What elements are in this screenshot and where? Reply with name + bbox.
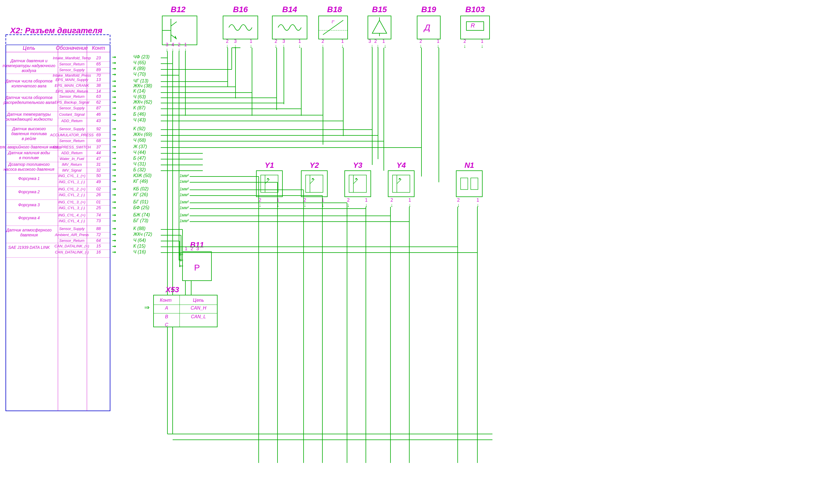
pin-11b: 25 xyxy=(96,206,101,210)
svg-text:→: → xyxy=(111,173,117,178)
svg-text:→: → xyxy=(111,249,117,255)
wire-label-6: ЖКч (38) xyxy=(133,83,152,88)
x53-pin-b: B xyxy=(165,314,168,319)
wire-label-33: Ч (16) xyxy=(133,249,146,254)
desig-3b: EPS_Backup_Signal xyxy=(54,100,90,104)
svg-text:→: → xyxy=(111,231,117,237)
section-3: 1мм² xyxy=(180,187,189,191)
svg-text:→: → xyxy=(111,83,117,89)
desig-14a: CAN_DATALINK_(+) xyxy=(54,244,89,248)
pin-7b: 47 xyxy=(96,156,101,161)
svg-text:→: → xyxy=(111,126,117,132)
desig-13b: Ambient_AIR_Press xyxy=(54,233,89,237)
section-5: 1мм² xyxy=(180,200,189,204)
wire-label-23: КБ (02) xyxy=(133,186,149,191)
b16-label: B16 xyxy=(233,5,248,14)
pin-2b: 38 xyxy=(96,83,101,88)
b12-pin1: 1 xyxy=(184,42,187,47)
pin-3c: 87 xyxy=(96,106,101,110)
pin-13c: 64 xyxy=(96,238,101,243)
section-2: 1мм² xyxy=(180,179,189,184)
svg-text:→: → xyxy=(111,186,117,192)
svg-text:→: → xyxy=(111,199,117,205)
circuit-14: SAE J1939 DATA LINK xyxy=(8,245,50,250)
svg-text:↓: ↓ xyxy=(481,43,483,49)
desig-9a: ING_CYL_1_(+) xyxy=(58,174,86,178)
desig-5a: Sensor_Supply xyxy=(59,127,85,131)
circuit-4b: охлаждающей жидкости xyxy=(5,117,52,121)
b15-label: B15 xyxy=(372,5,387,14)
wire-label-1: ЧФ (23) xyxy=(133,54,149,59)
circuit-13b: давления xyxy=(20,233,38,237)
wire-label-28: БГ (73) xyxy=(133,218,148,223)
svg-text:→: → xyxy=(111,226,117,231)
wire-label-9: ЖКч (62) xyxy=(133,100,152,104)
desig-2c: EPS_MAIN_Return xyxy=(56,89,88,94)
pin-1c: 89 xyxy=(96,67,101,72)
wire-label-13: К (92) xyxy=(133,126,145,131)
svg-text:→: → xyxy=(111,137,117,143)
svg-text:→: → xyxy=(111,178,117,184)
desig-8b: IMV_Signal xyxy=(62,168,82,172)
circuit-9: Форсунка 1 xyxy=(18,176,40,181)
circuit-13: Датчик атмосферного xyxy=(6,228,52,232)
wire-label-25: БГ (01) xyxy=(133,199,148,204)
desig-11a: ING_CYL_3_(+) xyxy=(58,200,86,204)
pin-4a: 46 xyxy=(96,112,101,117)
svg-text:→: → xyxy=(111,54,117,60)
svg-text:→: → xyxy=(111,167,117,173)
wire-label-12: Ч (43) xyxy=(133,117,146,122)
y2-label: Y2 xyxy=(310,161,319,170)
svg-text:↓: ↓ xyxy=(166,47,168,53)
svg-text:→: → xyxy=(111,117,117,123)
desig-5c: Sensor_Return xyxy=(59,138,84,143)
pin-3a: 63 xyxy=(96,94,101,99)
y3-label: Y3 xyxy=(353,161,362,170)
pin-11a: 01 xyxy=(96,200,101,204)
pin-12a: 74 xyxy=(96,213,101,217)
col-header-pin: Конт xyxy=(92,45,105,51)
y1-pin2: 2 xyxy=(259,198,261,203)
circuit-1c: воздуха xyxy=(22,68,36,73)
wire-label-32: К (15) xyxy=(133,243,145,248)
svg-text:→: → xyxy=(111,66,117,71)
desig-6a: OIL_PRESS_SWITCH xyxy=(53,145,91,149)
n1-label: N1 xyxy=(464,161,474,170)
svg-text:→: → xyxy=(111,243,117,249)
svg-text:↓: ↓ xyxy=(347,202,350,208)
b18-t-label: t° xyxy=(332,19,335,24)
b103-box xyxy=(460,16,490,39)
b103-r-symbol: R xyxy=(471,22,475,29)
wire-label-30: ЖКч (72) xyxy=(133,232,152,237)
circuit-3: Датчик числа оборотов xyxy=(5,95,52,100)
desig-1c: Sensor_Supply xyxy=(59,68,85,72)
wire-label-22: КГ (49) xyxy=(133,179,148,184)
y3-pin1: 1 xyxy=(365,198,368,203)
pin-6a: 37 xyxy=(96,145,101,149)
b12-label: B12 xyxy=(171,5,186,14)
y4-box xyxy=(388,171,414,197)
pin-9b: 49 xyxy=(96,179,101,184)
circuit-10: Форсунка 2 xyxy=(18,189,40,194)
svg-text:→: → xyxy=(111,212,117,218)
pin-7a: 44 xyxy=(96,151,101,155)
x53-circuit-a: CAN_H xyxy=(191,305,206,311)
desig-2a: EPS_MAIN_Supply xyxy=(56,77,89,82)
circuit-5c: в рейле xyxy=(22,136,36,141)
circuit-3b: распределительного вала xyxy=(3,100,54,105)
desig-1d: Intake_Manifold_Press xyxy=(53,73,91,77)
y1-pin1: 1 xyxy=(277,198,279,203)
wire-label-31: Ч (64) xyxy=(133,238,146,243)
x53-col1-header: Конт xyxy=(160,298,172,302)
y4-pin2: 2 xyxy=(390,198,393,203)
desig-13c: Sensor_Return xyxy=(59,238,84,243)
wire-label-10: К (87) xyxy=(133,105,145,110)
circuit-1: Датчик давления и xyxy=(10,58,48,63)
pin-9a: 50 xyxy=(96,173,101,178)
circuit-8b: насоса высокого давления xyxy=(3,167,54,172)
desig-4a: Coolant_Signal xyxy=(59,112,85,117)
b12-pin4: 4 xyxy=(172,42,174,47)
pin-10b: 26 xyxy=(96,192,101,197)
circuit-1b: температуры надувочного xyxy=(3,63,55,68)
svg-text:→: → xyxy=(111,237,117,243)
